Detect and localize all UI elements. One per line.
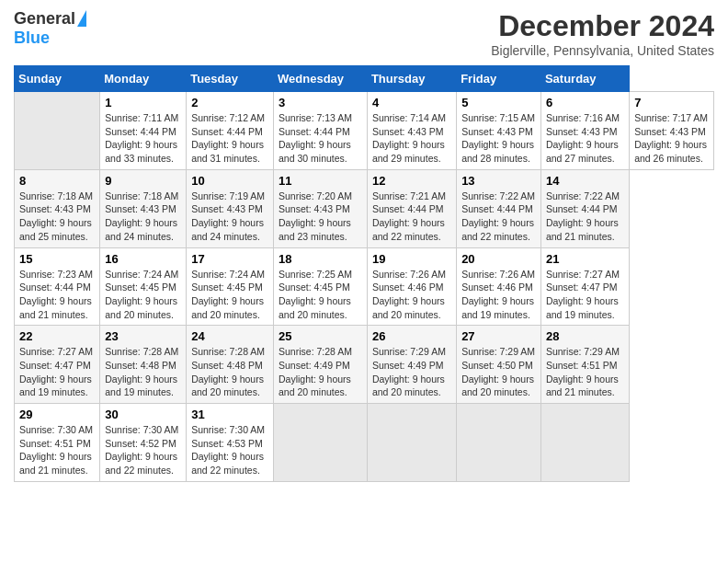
day-cell: 7 Sunrise: 7:17 AMSunset: 4:43 PMDayligh…	[630, 92, 714, 170]
day-info: Sunrise: 7:18 AMSunset: 4:43 PMDaylight:…	[19, 190, 93, 242]
day-info: Sunrise: 7:27 AMSunset: 4:47 PMDaylight:…	[546, 269, 620, 320]
day-cell: 16 Sunrise: 7:24 AMSunset: 4:45 PMDaylig…	[100, 247, 187, 326]
title-block: December 2024 Biglerville, Pennsylvania,…	[491, 9, 714, 58]
day-info: Sunrise: 7:30 AMSunset: 4:53 PMDaylight:…	[191, 424, 265, 476]
day-info: Sunrise: 7:24 AMSunset: 4:45 PMDaylight:…	[191, 269, 265, 320]
day-info: Sunrise: 7:19 AMSunset: 4:43 PMDaylight:…	[191, 190, 265, 242]
day-number: 6	[546, 96, 624, 109]
col-header-saturday: Saturday	[540, 66, 629, 92]
day-number: 24	[191, 329, 268, 343]
day-number: 26	[372, 329, 451, 343]
location-text: Biglerville, Pennsylvania, United States	[491, 43, 714, 58]
day-number: 18	[279, 252, 362, 266]
day-cell	[367, 404, 456, 482]
logo-general-text: General	[14, 9, 75, 29]
day-number: 3	[279, 96, 362, 109]
day-cell: 15 Sunrise: 7:23 AMSunset: 4:44 PMDaylig…	[15, 247, 100, 326]
day-info: Sunrise: 7:29 AMSunset: 4:50 PMDaylight:…	[461, 346, 535, 397]
day-info: Sunrise: 7:11 AMSunset: 4:44 PMDaylight:…	[105, 112, 178, 164]
header-row: SundayMondayTuesdayWednesdayThursdayFrid…	[15, 66, 714, 92]
day-number: 4	[372, 96, 451, 109]
day-number: 15	[19, 252, 95, 266]
day-info: Sunrise: 7:30 AMSunset: 4:51 PMDaylight:…	[19, 424, 93, 476]
day-info: Sunrise: 7:13 AMSunset: 4:44 PMDaylight:…	[279, 112, 352, 164]
day-cell: 25 Sunrise: 7:28 AMSunset: 4:49 PMDaylig…	[274, 326, 368, 404]
day-cell: 10 Sunrise: 7:19 AMSunset: 4:43 PMDaylig…	[187, 169, 274, 247]
day-info: Sunrise: 7:30 AMSunset: 4:52 PMDaylight:…	[105, 424, 178, 476]
day-number: 27	[461, 329, 536, 343]
day-number: 28	[546, 329, 624, 343]
day-cell: 17 Sunrise: 7:24 AMSunset: 4:45 PMDaylig…	[187, 247, 274, 326]
day-cell: 3 Sunrise: 7:13 AMSunset: 4:44 PMDayligh…	[274, 92, 368, 170]
day-number: 7	[634, 96, 709, 109]
calendar-table: SundayMondayTuesdayWednesdayThursdayFrid…	[14, 65, 714, 482]
header: General Blue December 2024 Biglerville, …	[14, 9, 714, 58]
day-info: Sunrise: 7:14 AMSunset: 4:43 PMDaylight:…	[372, 112, 446, 164]
day-info: Sunrise: 7:25 AMSunset: 4:45 PMDaylight:…	[279, 269, 352, 320]
day-number: 23	[105, 329, 181, 343]
day-info: Sunrise: 7:24 AMSunset: 4:45 PMDaylight:…	[105, 269, 178, 320]
day-cell: 20 Sunrise: 7:26 AMSunset: 4:46 PMDaylig…	[457, 247, 541, 326]
day-number: 1	[105, 96, 181, 109]
day-info: Sunrise: 7:26 AMSunset: 4:46 PMDaylight:…	[372, 269, 446, 320]
day-cell: 8 Sunrise: 7:18 AMSunset: 4:43 PMDayligh…	[15, 169, 100, 247]
day-number: 19	[372, 252, 451, 266]
day-cell: 22 Sunrise: 7:27 AMSunset: 4:47 PMDaylig…	[15, 326, 100, 404]
day-cell: 29 Sunrise: 7:30 AMSunset: 4:51 PMDaylig…	[15, 404, 100, 482]
col-header-tuesday: Tuesday	[187, 66, 274, 92]
day-cell: 27 Sunrise: 7:29 AMSunset: 4:50 PMDaylig…	[457, 326, 541, 404]
day-info: Sunrise: 7:28 AMSunset: 4:48 PMDaylight:…	[105, 346, 178, 397]
col-header-thursday: Thursday	[367, 66, 456, 92]
day-info: Sunrise: 7:15 AMSunset: 4:43 PMDaylight:…	[461, 112, 535, 164]
day-cell: 19 Sunrise: 7:26 AMSunset: 4:46 PMDaylig…	[367, 247, 456, 326]
col-header-wednesday: Wednesday	[274, 66, 368, 92]
col-header-sunday: Sunday	[15, 66, 100, 92]
day-info: Sunrise: 7:26 AMSunset: 4:46 PMDaylight:…	[461, 269, 535, 320]
day-number: 8	[19, 174, 95, 188]
day-number: 17	[191, 252, 268, 266]
day-info: Sunrise: 7:21 AMSunset: 4:44 PMDaylight:…	[372, 190, 446, 242]
logo-blue-text: Blue	[14, 29, 50, 48]
day-number: 13	[461, 174, 536, 188]
day-info: Sunrise: 7:17 AMSunset: 4:43 PMDaylight:…	[634, 112, 708, 164]
day-cell: 2 Sunrise: 7:12 AMSunset: 4:44 PMDayligh…	[187, 92, 274, 170]
day-cell: 28 Sunrise: 7:29 AMSunset: 4:51 PMDaylig…	[540, 326, 629, 404]
day-number: 20	[461, 252, 536, 266]
day-number: 22	[19, 329, 95, 343]
day-cell: 31 Sunrise: 7:30 AMSunset: 4:53 PMDaylig…	[187, 404, 274, 482]
col-header-monday: Monday	[100, 66, 187, 92]
day-info: Sunrise: 7:12 AMSunset: 4:44 PMDaylight:…	[191, 112, 265, 164]
day-number: 30	[105, 408, 181, 421]
day-cell: 21 Sunrise: 7:27 AMSunset: 4:47 PMDaylig…	[540, 247, 629, 326]
day-info: Sunrise: 7:23 AMSunset: 4:44 PMDaylight:…	[19, 269, 93, 320]
day-cell: 24 Sunrise: 7:28 AMSunset: 4:48 PMDaylig…	[187, 326, 274, 404]
day-number: 25	[279, 329, 362, 343]
day-number: 12	[372, 174, 451, 188]
day-info: Sunrise: 7:27 AMSunset: 4:47 PMDaylight:…	[19, 346, 93, 397]
day-cell: 11 Sunrise: 7:20 AMSunset: 4:43 PMDaylig…	[274, 169, 368, 247]
day-cell: 12 Sunrise: 7:21 AMSunset: 4:44 PMDaylig…	[367, 169, 456, 247]
day-cell: 6 Sunrise: 7:16 AMSunset: 4:43 PMDayligh…	[540, 92, 629, 170]
day-info: Sunrise: 7:29 AMSunset: 4:49 PMDaylight:…	[372, 346, 446, 397]
day-cell: 23 Sunrise: 7:28 AMSunset: 4:48 PMDaylig…	[100, 326, 187, 404]
day-cell: 18 Sunrise: 7:25 AMSunset: 4:45 PMDaylig…	[274, 247, 368, 326]
day-cell	[15, 92, 100, 170]
day-info: Sunrise: 7:18 AMSunset: 4:43 PMDaylight:…	[105, 190, 178, 242]
logo: General Blue	[14, 9, 86, 48]
day-cell: 14 Sunrise: 7:22 AMSunset: 4:44 PMDaylig…	[540, 169, 629, 247]
week-row-3: 15 Sunrise: 7:23 AMSunset: 4:44 PMDaylig…	[15, 247, 714, 326]
day-number: 11	[279, 174, 362, 188]
day-number: 14	[546, 174, 624, 188]
day-cell	[540, 404, 629, 482]
day-number: 31	[191, 408, 268, 421]
page: General Blue December 2024 Biglerville, …	[0, 0, 728, 496]
day-cell: 30 Sunrise: 7:30 AMSunset: 4:52 PMDaylig…	[100, 404, 187, 482]
day-cell: 26 Sunrise: 7:29 AMSunset: 4:49 PMDaylig…	[367, 326, 456, 404]
day-number: 16	[105, 252, 181, 266]
day-number: 2	[191, 96, 268, 109]
week-row-1: 1 Sunrise: 7:11 AMSunset: 4:44 PMDayligh…	[15, 92, 714, 170]
day-cell	[274, 404, 368, 482]
week-row-5: 29 Sunrise: 7:30 AMSunset: 4:51 PMDaylig…	[15, 404, 714, 482]
day-cell: 5 Sunrise: 7:15 AMSunset: 4:43 PMDayligh…	[457, 92, 541, 170]
day-number: 9	[105, 174, 181, 188]
